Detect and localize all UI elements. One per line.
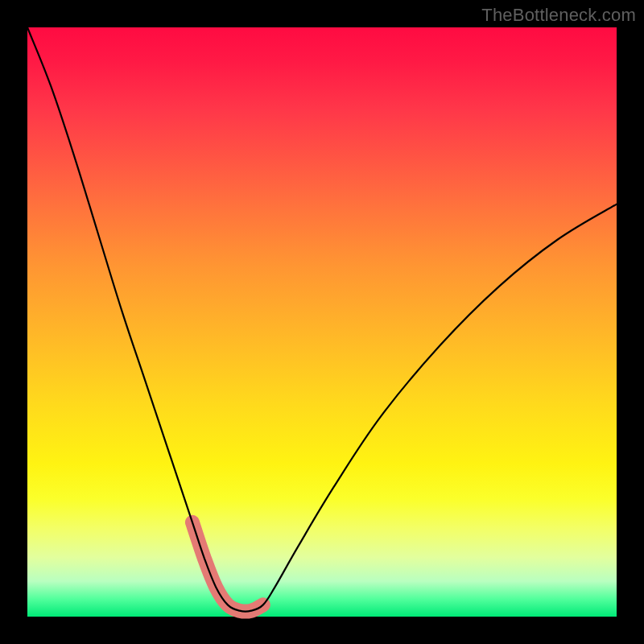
bottleneck-curve — [27, 27, 617, 612]
chart-svg — [27, 27, 617, 617]
chart-frame: TheBottleneck.com — [0, 0, 644, 644]
highlight-segment — [192, 522, 263, 612]
plot-area — [27, 27, 617, 617]
watermark-text: TheBottleneck.com — [481, 5, 636, 26]
